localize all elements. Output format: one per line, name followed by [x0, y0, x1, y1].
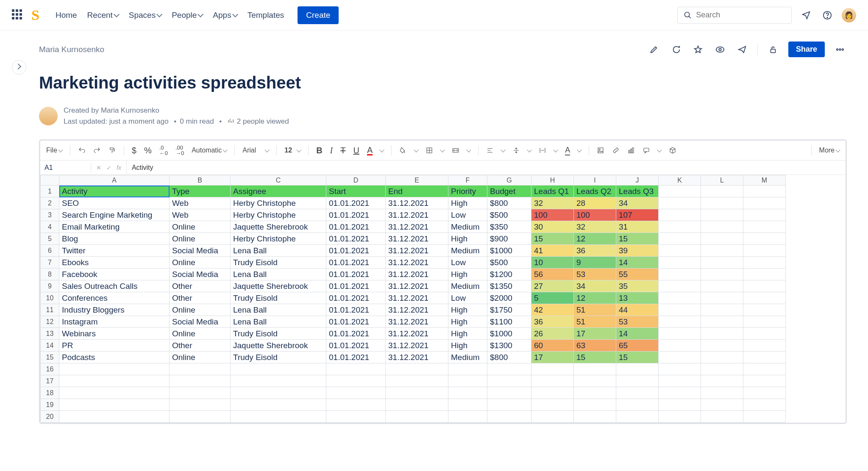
- cell[interactable]: High: [448, 316, 487, 328]
- cell[interactable]: Online: [170, 328, 231, 340]
- cell[interactable]: [743, 280, 786, 292]
- row-header[interactable]: 18: [41, 387, 59, 399]
- cell[interactable]: Online: [170, 257, 231, 269]
- cell[interactable]: 35: [616, 280, 659, 292]
- cell[interactable]: [170, 387, 231, 399]
- cell[interactable]: 39: [616, 245, 659, 257]
- cell[interactable]: Conferences: [59, 292, 170, 304]
- cell[interactable]: Sales Outreach Calls: [59, 280, 170, 292]
- cell[interactable]: [659, 304, 701, 316]
- borders-icon[interactable]: [426, 147, 433, 154]
- cell[interactable]: Leads Q1: [531, 186, 574, 197]
- cell[interactable]: [386, 375, 448, 387]
- cell[interactable]: 60: [531, 340, 574, 352]
- cell[interactable]: [326, 399, 386, 411]
- cell[interactable]: 42: [531, 304, 574, 316]
- cell[interactable]: 28: [574, 197, 616, 209]
- cell[interactable]: 31.12.2021: [386, 340, 448, 352]
- cell[interactable]: Jaquette Sherebrook: [231, 221, 326, 233]
- cell[interactable]: 17: [574, 328, 616, 340]
- nav-apps[interactable]: Apps: [213, 11, 237, 20]
- help-icon[interactable]: [821, 8, 834, 22]
- cell[interactable]: [531, 411, 574, 423]
- link-icon[interactable]: [612, 147, 620, 154]
- row-header[interactable]: 3: [41, 209, 59, 221]
- cancel-formula-icon[interactable]: ✕: [96, 164, 101, 171]
- cell[interactable]: [448, 363, 487, 375]
- cell[interactable]: 01.01.2021: [326, 245, 386, 257]
- cell[interactable]: [743, 328, 786, 340]
- cell[interactable]: [386, 363, 448, 375]
- cell[interactable]: Email Marketing: [59, 221, 170, 233]
- cell[interactable]: 15: [531, 233, 574, 245]
- cell[interactable]: [616, 375, 659, 387]
- cell[interactable]: Other: [170, 340, 231, 352]
- cell[interactable]: Online: [170, 233, 231, 245]
- row-header[interactable]: 9: [41, 280, 59, 292]
- cell[interactable]: 31.12.2021: [386, 304, 448, 316]
- cell[interactable]: [659, 269, 701, 280]
- cell[interactable]: [701, 245, 743, 257]
- cell[interactable]: [659, 221, 701, 233]
- cell[interactable]: 63: [574, 340, 616, 352]
- app-switcher-icon[interactable]: [12, 9, 24, 21]
- cell[interactable]: Trudy Eisold: [231, 292, 326, 304]
- cell[interactable]: 01.01.2021: [326, 233, 386, 245]
- cell[interactable]: [743, 375, 786, 387]
- search-input[interactable]: [696, 11, 785, 19]
- cell[interactable]: [659, 399, 701, 411]
- cell[interactable]: [659, 352, 701, 363]
- cell[interactable]: $1300: [487, 340, 531, 352]
- cell[interactable]: High: [448, 328, 487, 340]
- cell[interactable]: [59, 375, 170, 387]
- cell[interactable]: [487, 399, 531, 411]
- cell[interactable]: [743, 352, 786, 363]
- cell[interactable]: Jaquette Sherebrook: [231, 340, 326, 352]
- cell[interactable]: 15: [616, 233, 659, 245]
- cell[interactable]: [743, 387, 786, 399]
- cell[interactable]: 107: [616, 209, 659, 221]
- cell[interactable]: [574, 363, 616, 375]
- cell[interactable]: [231, 387, 326, 399]
- cell[interactable]: [743, 257, 786, 269]
- cell[interactable]: 01.01.2021: [326, 340, 386, 352]
- col-header-G[interactable]: G: [487, 175, 531, 186]
- cell[interactable]: Search Engine Marketing: [59, 209, 170, 221]
- cell[interactable]: Priority: [448, 186, 487, 197]
- cell[interactable]: Low: [448, 209, 487, 221]
- row-header[interactable]: 14: [41, 340, 59, 352]
- cell[interactable]: [231, 399, 326, 411]
- cell[interactable]: Low: [448, 257, 487, 269]
- cell[interactable]: [701, 363, 743, 375]
- nav-people[interactable]: People: [172, 11, 203, 20]
- cell[interactable]: $800: [487, 197, 531, 209]
- share-button[interactable]: Share: [788, 42, 825, 57]
- cell[interactable]: [531, 399, 574, 411]
- cell[interactable]: [231, 411, 326, 423]
- cell[interactable]: [701, 304, 743, 316]
- col-header-H[interactable]: H: [531, 175, 574, 186]
- cell[interactable]: Herby Christophe: [231, 197, 326, 209]
- decrease-decimal-icon[interactable]: .0←0: [159, 145, 168, 156]
- cell[interactable]: Podcasts: [59, 352, 170, 363]
- cell[interactable]: $1350: [487, 280, 531, 292]
- cell[interactable]: SEO: [59, 197, 170, 209]
- cell[interactable]: [701, 387, 743, 399]
- cell[interactable]: Type: [170, 186, 231, 197]
- row-header[interactable]: 1: [41, 186, 59, 197]
- sidebar-toggle[interactable]: [12, 60, 26, 75]
- cell[interactable]: 15: [574, 352, 616, 363]
- cell[interactable]: 9: [574, 257, 616, 269]
- cell[interactable]: [701, 399, 743, 411]
- cell[interactable]: 31.12.2021: [386, 209, 448, 221]
- cell[interactable]: [743, 233, 786, 245]
- cell[interactable]: Assignee: [231, 186, 326, 197]
- cell[interactable]: [659, 292, 701, 304]
- cell[interactable]: 44: [616, 304, 659, 316]
- cell[interactable]: $500: [487, 257, 531, 269]
- text-color-icon[interactable]: A: [367, 146, 373, 155]
- cell[interactable]: [701, 411, 743, 423]
- row-header[interactable]: 7: [41, 257, 59, 269]
- cell[interactable]: [659, 340, 701, 352]
- cell[interactable]: End: [386, 186, 448, 197]
